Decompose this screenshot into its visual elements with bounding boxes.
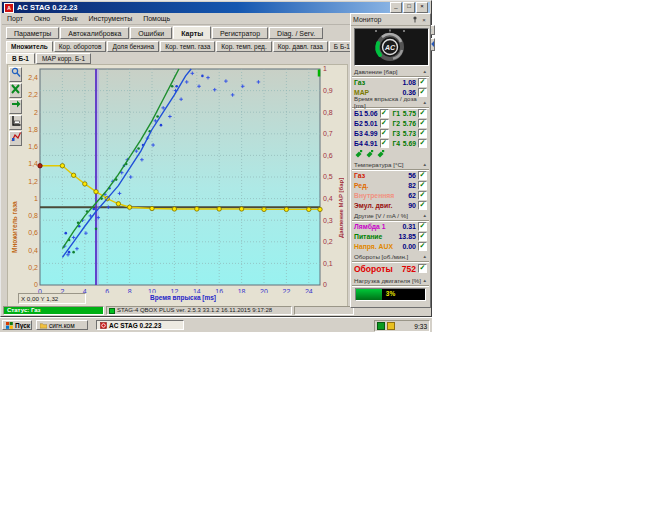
svg-text:1: 1	[34, 195, 38, 202]
other-row-2-checkbox[interactable]: ✓	[418, 242, 427, 251]
chart-style-button[interactable]	[9, 131, 22, 146]
task-label: AC STAG 0.22.23	[109, 322, 161, 329]
tab-main-4[interactable]: Регистратор	[212, 27, 268, 39]
tab-sub-1[interactable]: MAP корр. Б-1	[36, 53, 91, 64]
taskbar-clock: 9:33	[414, 323, 427, 330]
section-pressure-collapse-icon[interactable]: ▲	[423, 69, 427, 74]
menu-item-3[interactable]: Инструменты	[89, 15, 133, 22]
chart-style-icon	[11, 131, 21, 146]
titlebar-minimize-button[interactable]: _	[390, 2, 402, 13]
svg-text:1: 1	[323, 65, 327, 72]
section-load-label: Нагрузка двигателя [%]	[354, 277, 421, 284]
quicklaunch-folder-button[interactable]: сигн.ком	[36, 320, 88, 330]
petrol-injector-value: 4.99	[363, 130, 378, 137]
petrol-checkbox-1[interactable]: ✓	[380, 119, 389, 128]
other-row-0-checkbox[interactable]: ✓	[418, 222, 427, 231]
refresh-button[interactable]	[9, 99, 22, 114]
pin-icon[interactable]	[411, 16, 419, 24]
section-temperature-collapse-icon[interactable]: ▲	[423, 162, 427, 167]
svg-text:0,7: 0,7	[323, 130, 333, 137]
axes-button[interactable]	[9, 115, 22, 130]
tab-map-2[interactable]: Доля бензина	[107, 41, 159, 52]
petrol-checkbox-2[interactable]: ✓	[380, 129, 389, 138]
injector-icons-row	[352, 148, 429, 159]
y-axis-right-title: Давление MAP [бар]	[338, 125, 344, 290]
other-row-1: Питание13.85✓	[352, 231, 429, 241]
temperature-row-1: Ред.82✓	[352, 180, 429, 190]
monitor-close-icon[interactable]: ×	[420, 17, 428, 23]
engine-load-percent: 3%	[356, 290, 425, 297]
svg-text:AC: AC	[384, 44, 396, 51]
quicklaunch-label: сигн.ком	[49, 322, 75, 329]
pressure-row-0-checkbox[interactable]: ✓	[418, 78, 427, 87]
start-button[interactable]: Пуск	[2, 320, 32, 330]
monitor-title: Монитор	[353, 16, 382, 23]
section-other-collapse-icon[interactable]: ▲	[423, 213, 427, 218]
section-load-collapse-icon[interactable]: ▲	[423, 278, 427, 283]
petrol-injector-label: Б3	[354, 130, 363, 137]
petrol-checkbox-3[interactable]: ✓	[380, 139, 389, 148]
monitor-header[interactable]: Монитор ×	[351, 14, 430, 26]
menu-item-4[interactable]: Помощь	[143, 15, 170, 22]
svg-text:22: 22	[283, 288, 291, 293]
temperature-row-2-checkbox[interactable]: ✓	[418, 191, 427, 200]
titlebar-close-button[interactable]: ×	[416, 2, 428, 13]
tray-icon-1[interactable]	[377, 322, 385, 330]
tab-main-3[interactable]: Карты	[173, 26, 211, 39]
temperature-row-3: Эмул. двиг.90✓	[352, 200, 429, 210]
gas-checkbox-2[interactable]: ✓	[418, 129, 427, 138]
petrol-checkbox-0[interactable]: ✓	[380, 109, 389, 118]
titlebar[interactable]: A AC STAG 0.22.23 _□×	[2, 2, 430, 13]
other-row-1-checkbox[interactable]: ✓	[418, 232, 427, 241]
tab-main-1[interactable]: Автокалибровка	[60, 27, 129, 39]
injector-icon	[376, 149, 385, 159]
zoom-button[interactable]	[9, 67, 22, 82]
rpm-row-0-label: Обороты	[354, 264, 393, 274]
svg-text:0: 0	[323, 281, 327, 288]
gas-checkbox-1[interactable]: ✓	[418, 119, 427, 128]
tab-main-2[interactable]: Ошибки	[130, 27, 172, 39]
tab-map-0[interactable]: Множитель	[6, 41, 53, 52]
tab-main-5[interactable]: Diag. / Serv.	[269, 27, 323, 39]
svg-text:0,1: 0,1	[323, 260, 333, 267]
tab-main-0[interactable]: Параметры	[6, 27, 59, 39]
folder-icon	[40, 322, 47, 329]
multiplier-chart[interactable]: 00,20,40,60,811,21,41,61,822,22,400,10,2…	[24, 65, 342, 293]
device-info-text: STAG-4 QBOX PLUS ver. 2.5.3 33.1.2 16.11…	[117, 307, 272, 314]
svg-text:0,6: 0,6	[323, 152, 333, 159]
refresh-icon	[11, 99, 21, 114]
export-button[interactable]	[9, 83, 22, 98]
tab-map-4[interactable]: Кор. темп. ред.	[216, 41, 271, 52]
temperature-row-3-value: 90	[408, 202, 416, 209]
device-info: STAG-4 QBOX PLUS ver. 2.5.3 33.1.2 16.11…	[106, 306, 292, 315]
system-tray[interactable]: 9:33	[374, 320, 430, 332]
svg-text:24: 24	[305, 288, 313, 293]
section-rpm-collapse-icon[interactable]: ▲	[423, 254, 427, 259]
temperature-row-3-checkbox[interactable]: ✓	[418, 201, 427, 210]
taskbar: Пуск сигн.ком AC STAG 0.22.23 9:33	[0, 317, 432, 332]
temperature-row-1-checkbox[interactable]: ✓	[418, 181, 427, 190]
menu-item-2[interactable]: Язык	[61, 15, 77, 22]
tray-icon-2[interactable]	[387, 322, 395, 330]
taskbar-task-button[interactable]: AC STAG 0.22.23	[96, 320, 184, 330]
section-injection-collapse-icon[interactable]: ▲	[423, 100, 427, 105]
gas-checkbox-0[interactable]: ✓	[418, 109, 427, 118]
gas-injector-label: Г2	[393, 120, 402, 127]
temperature-row-2: Внутренняя62✓	[352, 190, 429, 200]
svg-text:10: 10	[148, 288, 156, 293]
temperature-row-0-checkbox[interactable]: ✓	[418, 171, 427, 180]
tab-map-3[interactable]: Кор. темп. газа	[160, 41, 215, 52]
rpm-row-0-checkbox[interactable]: ✓	[418, 264, 427, 273]
gas-injector-value: 5.75	[401, 110, 416, 117]
temperature-row-1-label: Ред.	[354, 182, 368, 189]
tab-map-5[interactable]: Кор. давл. газа	[273, 41, 328, 52]
gas-checkbox-3[interactable]: ✓	[418, 139, 427, 148]
menu-item-1[interactable]: Окно	[34, 15, 50, 22]
tab-sub-0[interactable]: В Б-1	[6, 53, 35, 64]
svg-text:2: 2	[34, 109, 38, 116]
titlebar-maximize-button[interactable]: □	[403, 2, 415, 13]
tab-map-1[interactable]: Кор. оборотов	[54, 41, 107, 52]
menu-item-0[interactable]: Порт	[7, 15, 23, 22]
status-gas-indicator: Статус: Газ	[3, 306, 104, 315]
section-other: Другие [V / mA / %]▲	[352, 210, 429, 221]
